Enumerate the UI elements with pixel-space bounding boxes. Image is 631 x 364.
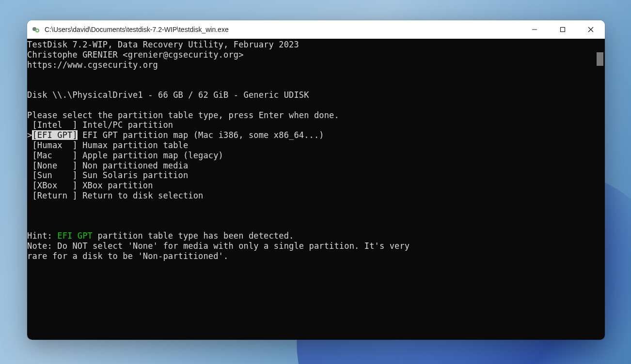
- app-icon: [32, 26, 40, 33]
- header-line-0: TestDisk 7.2-WIP, Data Recovery Utility,…: [27, 40, 595, 50]
- menu-item-mac[interactable]: [Mac ] Apple partition map (legacy): [27, 151, 595, 161]
- blank-line: [27, 221, 595, 231]
- close-button[interactable]: [577, 20, 605, 39]
- scrollbar-thumb[interactable]: [597, 52, 603, 66]
- terminal-window: C:\Users\david\Documents\testdisk-7.2-WI…: [27, 20, 605, 340]
- menu-item-xbox[interactable]: [XBox ] XBox partition: [27, 181, 595, 191]
- window-title: C:\Users\david\Documents\testdisk-7.2-WI…: [45, 26, 521, 33]
- disk-info: Disk \\.\PhysicalDrive1 - 66 GB / 62 GiB…: [27, 90, 595, 100]
- scrollbar[interactable]: [595, 39, 605, 340]
- note-line-1: rare for a disk to be 'Non-partitioned'.: [27, 251, 595, 261]
- titlebar[interactable]: C:\Users\david\Documents\testdisk-7.2-WI…: [27, 20, 605, 39]
- note-line-0: Note: Do NOT select 'None' for media wit…: [27, 241, 595, 251]
- prompt-line: Please select the partition table type, …: [27, 110, 595, 121]
- svg-point-2: [36, 30, 38, 31]
- blank-line: [27, 211, 595, 221]
- menu-item-sun[interactable]: [Sun ] Sun Solaris partition: [27, 170, 595, 181]
- terminal-area: TestDisk 7.2-WIP, Data Recovery Utility,…: [27, 39, 605, 340]
- hint-line: Hint: EFI GPT partition table type has b…: [27, 231, 595, 241]
- minimize-button[interactable]: [521, 20, 549, 39]
- header-line-1: Christophe GRENIER <grenier@cgsecurity.o…: [27, 50, 595, 60]
- menu-item-humax[interactable]: [Humax ] Humax partition table: [27, 140, 595, 151]
- blank-line: [27, 80, 595, 90]
- blank-line: [27, 70, 595, 80]
- menu-item-efi-gpt[interactable]: >[EFI GPT] EFI GPT partition map (Mac i3…: [27, 130, 595, 140]
- menu-item-none[interactable]: [None ] Non partitioned media: [27, 161, 595, 171]
- maximize-button[interactable]: [549, 20, 577, 39]
- blank-line: [27, 100, 595, 110]
- window-controls: [521, 20, 605, 39]
- terminal-content[interactable]: TestDisk 7.2-WIP, Data Recovery Utility,…: [27, 39, 595, 340]
- svg-rect-4: [561, 28, 565, 32]
- header-line-2: https://www.cgsecurity.org: [27, 60, 595, 70]
- menu-item-intel[interactable]: [Intel ] Intel/PC partition: [27, 120, 595, 130]
- blank-line: [27, 201, 595, 211]
- menu-item-return[interactable]: [Return ] Return to disk selection: [27, 191, 595, 201]
